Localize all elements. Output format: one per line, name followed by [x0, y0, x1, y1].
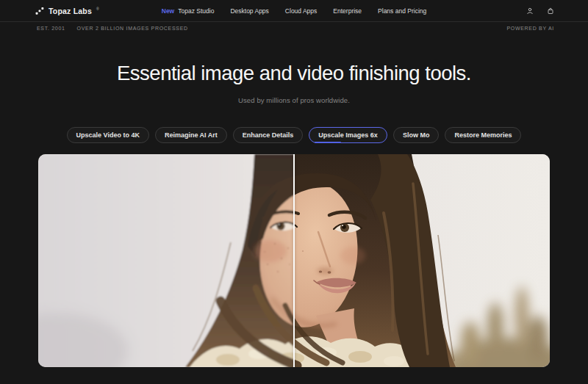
bag-icon[interactable]: [545, 6, 556, 16]
account-icon[interactable]: [525, 6, 535, 16]
top-nav: Topaz Labs ® New Topaz Studio Desktop Ap…: [0, 0, 588, 22]
nav-item-topaz-studio[interactable]: New Topaz Studio: [162, 7, 215, 15]
tab-restore-memories[interactable]: Restore Memories: [445, 127, 521, 143]
nav-item-cloud-apps[interactable]: Cloud Apps: [285, 7, 317, 15]
nav-item-plans-pricing[interactable]: Plans and Pricing: [378, 7, 426, 15]
hero-subtitle: Used by millions of pros worldwide.: [0, 96, 588, 104]
images-processed-stat: OVER 2 BILLION IMAGES PROCESSED: [77, 26, 188, 31]
info-bar: EST. 2001 OVER 2 BILLION IMAGES PROCESSE…: [0, 22, 588, 35]
logo-trademark: ®: [96, 7, 99, 11]
powered-by-ai-label: POWERED BY AI: [506, 26, 554, 31]
comparison-slider-divider[interactable]: [293, 154, 295, 367]
hero-section: Essential image and video finishing tool…: [0, 62, 588, 143]
tab-progress-bar: [315, 142, 341, 144]
topaz-labs-logo[interactable]: Topaz Labs ®: [35, 7, 99, 15]
comparison-photo: [38, 154, 550, 367]
nav-actions: [525, 6, 556, 16]
logo-text: Topaz Labs: [49, 7, 92, 15]
established-label: EST. 2001: [37, 26, 65, 31]
tab-upscale-images-6x[interactable]: Upscale Images 6x: [309, 127, 387, 143]
main-menu: New Topaz Studio Desktop Apps Cloud Apps…: [162, 0, 426, 22]
feature-tabs: Upscale Video to 4K Reimagine AI Art Enh…: [0, 127, 588, 143]
tab-reimagine-ai-art[interactable]: Reimagine AI Art: [155, 127, 227, 143]
nav-item-enterprise[interactable]: Enterprise: [333, 7, 362, 15]
tab-slow-mo[interactable]: Slow Mo: [393, 127, 440, 143]
tab-upscale-video-4k[interactable]: Upscale Video to 4K: [67, 127, 149, 143]
nav-item-desktop-apps[interactable]: Desktop Apps: [230, 7, 268, 15]
page-title: Essential image and video finishing tool…: [0, 62, 588, 85]
topaz-logo-mark-icon: [35, 7, 44, 15]
tab-enhance-details[interactable]: Enhance Details: [233, 127, 304, 143]
new-badge: New: [162, 7, 174, 15]
